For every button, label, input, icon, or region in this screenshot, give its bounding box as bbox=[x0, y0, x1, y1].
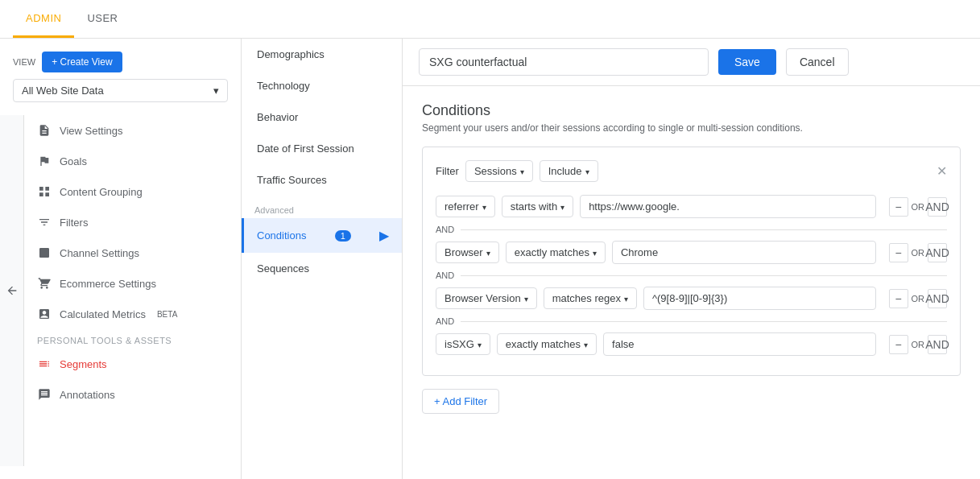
tab-user[interactable]: USER bbox=[74, 1, 130, 38]
dimension-value-1: referrer bbox=[445, 200, 479, 213]
beta-badge: BETA bbox=[157, 310, 177, 319]
and-separator-1: AND bbox=[436, 225, 947, 234]
save-button[interactable]: Save bbox=[718, 49, 776, 75]
add-filter-button[interactable]: + Add Filter bbox=[422, 389, 499, 414]
sidebar-item-label: Ecommerce Settings bbox=[60, 278, 156, 290]
filter-row-1: referrer starts with − OR AND bbox=[436, 195, 947, 218]
advanced-section-label: Advanced bbox=[242, 196, 402, 218]
middle-item-technology[interactable]: Technology bbox=[242, 70, 402, 101]
or-label-2: OR bbox=[912, 248, 925, 258]
cart-icon bbox=[37, 276, 52, 291]
filter-label: Filter bbox=[436, 165, 459, 177]
filter-row-2: Browser exactly matches − OR AND bbox=[436, 241, 947, 264]
filter-actions-4: − OR AND bbox=[889, 335, 948, 354]
sidebar-item-label: Calculated Metrics bbox=[60, 308, 146, 320]
sidebar-item-goals[interactable]: Goals bbox=[24, 146, 241, 176]
dimension-dropdown-1[interactable]: referrer bbox=[436, 196, 495, 217]
sidebar-item-content-grouping[interactable]: Content Grouping bbox=[24, 176, 241, 207]
and-row-2-button[interactable]: AND bbox=[928, 243, 947, 262]
main-layout: View + Create View All Web Site Data ▾ V… bbox=[0, 39, 980, 479]
tab-admin[interactable]: ADMIN bbox=[13, 1, 74, 38]
middle-item-label: Date of First Session bbox=[257, 142, 354, 155]
middle-item-date-of-first-session[interactable]: Date of First Session bbox=[242, 133, 402, 164]
dimension-value-4: isSXG bbox=[445, 338, 474, 350]
left-sidebar: View + Create View All Web Site Data ▾ V… bbox=[0, 39, 242, 479]
dimension-chevron-icon-4 bbox=[478, 338, 482, 350]
sidebar-item-channel-settings[interactable]: Channel Settings bbox=[24, 237, 241, 268]
operator-value-2: exactly matches bbox=[515, 246, 589, 258]
remove-row-1-button[interactable]: − bbox=[889, 197, 908, 217]
operator-dropdown-1[interactable]: starts with bbox=[502, 196, 574, 217]
operator-dropdown-3[interactable]: matches regex bbox=[544, 287, 637, 309]
and-separator-2: AND bbox=[436, 270, 947, 280]
conditions-title: Conditions bbox=[422, 102, 961, 119]
view-select-dropdown[interactable]: All Web Site Data ▾ bbox=[13, 79, 228, 102]
remove-row-2-button[interactable]: − bbox=[889, 243, 908, 262]
and-separator-3: AND bbox=[436, 316, 947, 326]
middle-item-label: Demographics bbox=[257, 48, 325, 60]
operator-value-4: exactly matches bbox=[506, 338, 581, 350]
middle-item-traffic-sources[interactable]: Traffic Sources bbox=[242, 164, 402, 196]
sidebar-item-ecommerce-settings[interactable]: Ecommerce Settings bbox=[24, 268, 241, 299]
document-icon bbox=[37, 123, 52, 138]
channel-icon bbox=[37, 246, 52, 260]
remove-row-4-button[interactable]: − bbox=[889, 335, 908, 354]
dimension-dropdown-2[interactable]: Browser bbox=[436, 242, 499, 263]
cancel-button[interactable]: Cancel bbox=[786, 48, 849, 76]
middle-panel: Demographics Technology Behavior Date of… bbox=[242, 39, 403, 479]
value-input-2[interactable] bbox=[612, 241, 876, 264]
back-button[interactable] bbox=[0, 115, 24, 466]
middle-item-behavior[interactable]: Behavior bbox=[242, 101, 402, 133]
grid-icon bbox=[37, 184, 52, 199]
value-input-3[interactable] bbox=[643, 287, 876, 310]
sidebar-item-label: Filters bbox=[60, 217, 88, 229]
include-dropdown[interactable]: Include bbox=[540, 160, 598, 182]
conditions-arrow-icon: ▶ bbox=[379, 228, 389, 243]
operator-chevron-icon-4 bbox=[584, 338, 588, 350]
sidebar-item-filters[interactable]: Filters bbox=[24, 207, 241, 237]
operator-value-3: matches regex bbox=[552, 292, 621, 304]
sidebar-item-label: Channel Settings bbox=[60, 247, 139, 259]
sidebar-item-label: Segments bbox=[60, 358, 107, 370]
middle-item-sequences[interactable]: Sequences bbox=[242, 253, 402, 284]
middle-item-conditions[interactable]: Conditions 1 ▶ bbox=[242, 218, 402, 253]
middle-item-label: Behavior bbox=[257, 111, 298, 123]
and-row-4-button[interactable]: AND bbox=[928, 335, 947, 354]
top-nav: ADMIN USER bbox=[0, 0, 980, 39]
operator-dropdown-4[interactable]: exactly matches bbox=[497, 333, 597, 355]
view-label: View bbox=[13, 57, 35, 67]
operator-dropdown-2[interactable]: exactly matches bbox=[506, 242, 606, 263]
sessions-dropdown[interactable]: Sessions bbox=[465, 160, 533, 182]
dimension-dropdown-3[interactable]: Browser Version bbox=[436, 287, 537, 309]
sidebar-item-annotations[interactable]: Annotations bbox=[24, 379, 241, 410]
right-content: Save Cancel Conditions Segment your user… bbox=[403, 39, 980, 479]
close-filter-icon[interactable]: ✕ bbox=[937, 163, 947, 179]
value-input-4[interactable] bbox=[603, 332, 875, 356]
value-input-1[interactable] bbox=[580, 195, 875, 218]
sidebar-item-view-settings[interactable]: View Settings bbox=[24, 115, 241, 146]
conditions-badge: 1 bbox=[335, 230, 351, 242]
middle-item-label: Technology bbox=[257, 80, 310, 92]
and-row-3-button[interactable]: AND bbox=[928, 289, 947, 308]
segment-name-input[interactable] bbox=[419, 48, 709, 76]
filter-actions-3: − OR AND bbox=[889, 289, 948, 308]
sidebar-inner: View Settings Goals Content Grouping Fil… bbox=[0, 115, 241, 466]
filter-icon bbox=[37, 215, 52, 229]
filter-box: Filter Sessions Include ✕ referrer bbox=[422, 147, 961, 376]
flag-icon bbox=[37, 154, 52, 168]
sidebar-item-segments[interactable]: Segments bbox=[24, 349, 241, 379]
middle-item-demographics[interactable]: Demographics bbox=[242, 39, 402, 70]
remove-row-3-button[interactable]: − bbox=[889, 289, 908, 308]
dimension-value-3: Browser Version bbox=[445, 292, 521, 304]
include-chevron-icon bbox=[585, 165, 589, 177]
or-label-1: OR bbox=[912, 202, 925, 212]
create-view-button[interactable]: + Create View bbox=[42, 52, 122, 72]
sidebar-item-label: Content Grouping bbox=[60, 186, 143, 198]
sidebar-item-calculated-metrics[interactable]: Calculated Metrics BETA bbox=[24, 299, 241, 329]
operator-chevron-icon-3 bbox=[624, 292, 628, 304]
and-row-1-button[interactable]: AND bbox=[928, 197, 947, 217]
view-select-row: All Web Site Data ▾ bbox=[0, 79, 241, 115]
segments-icon bbox=[37, 357, 52, 371]
sessions-value: Sessions bbox=[474, 165, 517, 177]
dimension-dropdown-4[interactable]: isSXG bbox=[436, 333, 490, 355]
